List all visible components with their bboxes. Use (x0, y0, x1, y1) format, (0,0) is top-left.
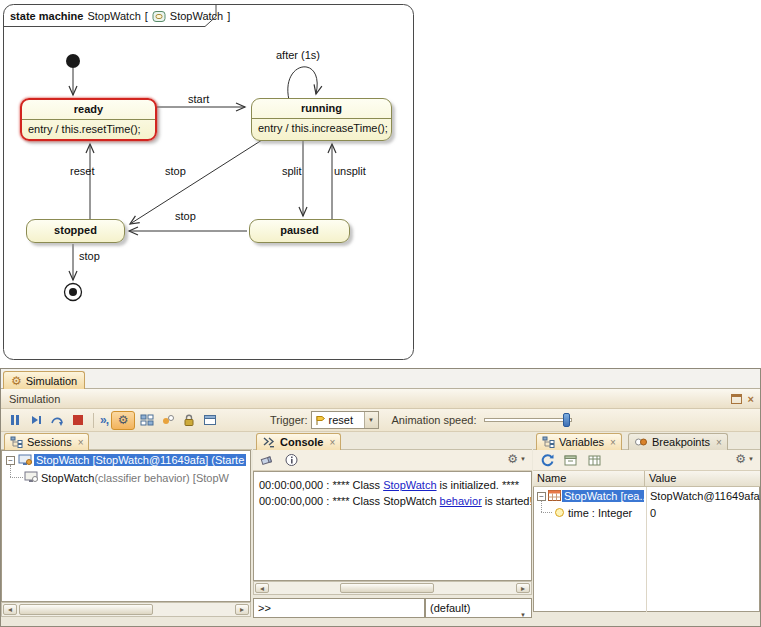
column-header-name[interactable]: Name (533, 471, 645, 487)
variables-settings-button[interactable]: ⚙▼ (735, 452, 754, 466)
lock-icon[interactable] (180, 411, 198, 429)
variables-row-object-value[interactable]: StopWatch@11649afa (650, 490, 760, 502)
label-stop-running[interactable]: stop (165, 165, 186, 177)
scroll-left-button[interactable]: ◂ (3, 604, 17, 615)
float-window-icon[interactable] (731, 394, 742, 404)
tab-variables[interactable]: Variables × (536, 433, 622, 450)
console-hscrollbar[interactable]: ◂ ▸ (253, 581, 532, 595)
variables-tabbar: Variables × Breakpoints × (533, 432, 760, 450)
refresh-icon[interactable] (538, 451, 556, 469)
clear-console-icon[interactable] (258, 451, 276, 469)
label-start[interactable]: start (188, 93, 209, 105)
session-child-name: StopWatch (41, 472, 94, 484)
tree-connector (541, 512, 552, 513)
state-stopped-name: stopped (54, 224, 97, 236)
trigger-dropdown-arrow[interactable]: ▼ (368, 417, 374, 423)
tab-sessions-close-icon[interactable]: × (78, 437, 84, 448)
trigger-combobox[interactable]: reset ▼ (311, 411, 379, 429)
tree-connector (541, 501, 542, 512)
console-input[interactable]: >> (253, 598, 425, 618)
sessions-panel: Sessions × − StopWatch [StopWatch@11649a… (1, 432, 252, 620)
toolbar-separator (93, 413, 94, 428)
sessions-tree-icon (10, 436, 23, 448)
variables-table-body: − StopWatch [rea... StopWatch@11649afa t… (533, 487, 760, 612)
diagram-frame (4, 5, 414, 360)
scroll-thumb[interactable] (340, 583, 434, 593)
animation-speed-slider[interactable] (484, 412, 572, 428)
console-gear-icon: ⚙ (507, 452, 518, 466)
tab-console[interactable]: Console × (256, 433, 341, 450)
tab-console-close-icon[interactable]: × (329, 437, 335, 448)
column-header-value[interactable]: Value (645, 471, 760, 487)
simulation-config-button[interactable]: ⚙ (111, 411, 135, 430)
initial-pseudostate[interactable] (66, 54, 80, 68)
label-stop-paused[interactable]: stop (175, 210, 196, 222)
state-stopped[interactable]: stopped (26, 219, 125, 243)
slider-track (484, 418, 572, 422)
state-paused[interactable]: paused (249, 219, 350, 243)
frame-diagram-name: StopWatch (87, 10, 140, 22)
state-running[interactable]: running entry / this.increaseTime(); (251, 98, 392, 141)
console-output: 00:00:00,000 : **** Class StopWatch is i… (253, 471, 532, 581)
open-diagram-icon[interactable] (201, 411, 219, 429)
console-mode-combobox[interactable]: (default) ▼ (425, 598, 532, 618)
label-unsplit[interactable]: unsplit (334, 165, 366, 177)
tab-simulation[interactable]: ⚙ Simulation (3, 371, 85, 389)
scroll-right-button[interactable]: ▸ (516, 583, 530, 593)
scroll-right-button[interactable]: ▸ (235, 604, 249, 615)
label-reset[interactable]: reset (70, 165, 94, 177)
session-child-row[interactable]: StopWatch(classifier behavior) [StopW (41, 472, 249, 484)
frame-open-bracket: [ (145, 10, 148, 22)
label-after[interactable]: after (1s) (276, 49, 320, 61)
sessions-hscrollbar[interactable]: ◂ ▸ (1, 602, 251, 617)
label-split[interactable]: split (282, 165, 302, 177)
export-icon[interactable] (562, 451, 580, 469)
session-root-row[interactable]: StopWatch [StopWatch@11649afa] (Starte (34, 454, 246, 466)
info-icon[interactable] (282, 451, 300, 469)
tab-breakpoints-label: Breakpoints (652, 436, 710, 448)
signal-reset-icon (315, 415, 326, 426)
scroll-left-button[interactable]: ◂ (255, 583, 269, 593)
toolbar-overflow-chevrons[interactable]: », (100, 413, 108, 427)
variables-collapse-toggle[interactable]: − (537, 492, 546, 501)
scroll-thumb[interactable] (19, 604, 153, 615)
diagram-edges (0, 0, 420, 368)
terminate-button[interactable] (69, 411, 87, 429)
tab-sessions-label: Sessions (27, 436, 72, 448)
console-line2-link[interactable]: behavior (440, 495, 482, 507)
label-stop-final[interactable]: stop (79, 250, 100, 262)
close-icon[interactable]: × (748, 393, 754, 405)
tab-breakpoints-close-icon[interactable]: × (716, 437, 722, 448)
variables-gear-icon: ⚙ (735, 452, 746, 466)
session-root-label[interactable]: StopWatch [StopWatch@11649afa] (Starte (34, 454, 246, 466)
column-separator[interactable] (646, 487, 647, 612)
layout-grid-icon[interactable] (138, 411, 156, 429)
session-child-meta: (classifier behavior) [StopW (94, 472, 229, 484)
trigger-label: Trigger: (270, 414, 308, 426)
pause-button[interactable] (6, 411, 24, 429)
console-mode-dropdown-arrow[interactable]: ▼ (520, 606, 526, 624)
animation-dots-icon[interactable] (159, 411, 177, 429)
console-line1-pre: 00:00:00,000 : **** Class (259, 479, 383, 491)
config-gear-icon: ⚙ (118, 413, 129, 427)
console-line1-link[interactable]: StopWatch (383, 479, 436, 491)
step-over-button[interactable] (48, 411, 66, 429)
tree-collapse-toggle[interactable]: − (6, 456, 15, 465)
step-into-button[interactable] (27, 411, 45, 429)
variables-row-object[interactable]: StopWatch [rea... (562, 490, 644, 502)
tab-sessions[interactable]: Sessions × (4, 433, 89, 450)
variables-row-time-value[interactable]: 0 (650, 507, 656, 519)
simulation-gear-icon: ⚙ (11, 374, 22, 388)
console-line2-pre: 00:00:00,000 : **** Class StopWatch (259, 495, 440, 507)
console-settings-button[interactable]: ⚙▼ (507, 452, 526, 466)
tab-breakpoints[interactable]: Breakpoints × (628, 433, 728, 450)
columns-icon[interactable] (586, 451, 604, 469)
tree-connector (10, 477, 23, 478)
state-ready[interactable]: ready entry / this.resetTime(); (20, 98, 157, 141)
tab-variables-close-icon[interactable]: × (610, 437, 616, 448)
diagram-frame-title: state machine StopWatch [ StopWatch ] (10, 8, 230, 24)
state-paused-name: paused (280, 224, 319, 236)
slider-handle[interactable] (563, 413, 570, 427)
variables-row-object-name[interactable]: StopWatch [rea... (562, 490, 644, 502)
variables-row-time-name[interactable]: time : Integer (568, 507, 632, 519)
